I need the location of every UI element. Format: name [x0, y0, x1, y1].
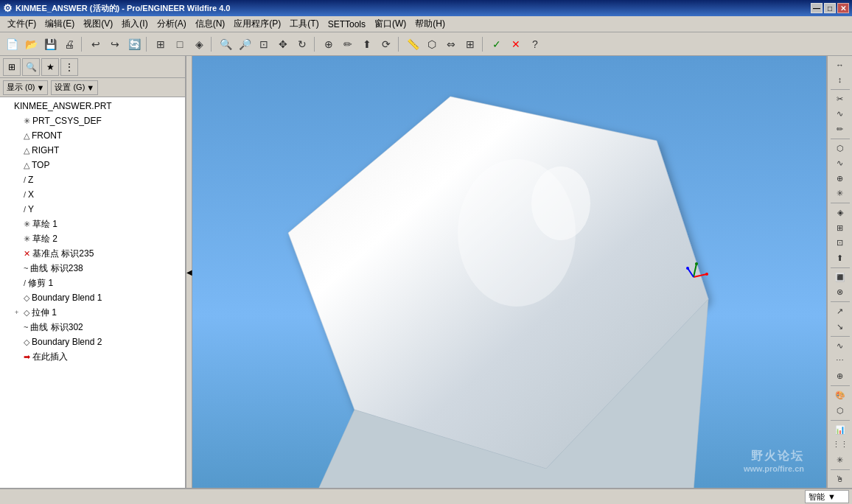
toolbar-new[interactable]: 📄: [3, 35, 21, 53]
tree-item-top[interactable]: △TOP: [0, 158, 185, 172]
toolbar-check[interactable]: ✓: [488, 35, 506, 53]
toolbar-undo[interactable]: ↩: [87, 35, 105, 53]
status-mode-dropdown[interactable]: 智能 ▼: [805, 490, 849, 503]
toolbar-surface[interactable]: ⬡: [423, 35, 441, 53]
rt-btn-3[interactable]: ✂: [830, 92, 851, 106]
menu-analysis[interactable]: 分析(A): [153, 16, 191, 32]
rt-btn-20[interactable]: ⊕: [830, 369, 851, 383]
tree-item-sketch2[interactable]: ✳草绘 2: [0, 231, 185, 246]
display-dropdown[interactable]: 显示 (0) ▼: [3, 80, 48, 95]
tree-item-z[interactable]: /Z: [0, 172, 185, 187]
tree-icon-right: △: [24, 146, 29, 155]
tree-icon-insert_here: ➡: [24, 352, 30, 362]
tree-item-insert_here[interactable]: ➡在此插入: [0, 349, 185, 364]
left-tb-filter[interactable]: 🔍: [22, 58, 40, 76]
menu-apps[interactable]: 应用程序(P): [229, 16, 285, 32]
tree-item-sketch1[interactable]: ✳草绘 1: [0, 217, 185, 231]
rt-btn-12[interactable]: ⊡: [830, 236, 851, 250]
toolbar-zoom-in[interactable]: 🔍: [217, 35, 234, 53]
rt-btn-4[interactable]: ∿: [830, 107, 851, 121]
tree-icon-z: /: [24, 175, 26, 184]
toolbar-measure[interactable]: 📏: [404, 35, 422, 53]
menu-insert[interactable]: 插入(I): [117, 16, 152, 32]
toolbar-redo[interactable]: ↪: [106, 35, 124, 53]
menu-file[interactable]: 文件(F): [3, 16, 41, 32]
tree-item-curve302[interactable]: ~曲线 标识302: [0, 320, 185, 335]
toolbar-view1[interactable]: ⊞: [152, 35, 170, 53]
menu-window[interactable]: 窗口(W): [370, 16, 411, 32]
rt-btn-9[interactable]: ✳: [830, 186, 851, 200]
tree-item-prt_csys[interactable]: ✳PRT_CSYS_DEF: [0, 113, 185, 128]
tree-icon-trim1: /: [24, 279, 26, 287]
menu-tools[interactable]: 工具(T): [285, 16, 323, 32]
toolbar-print[interactable]: 🖨: [60, 35, 78, 53]
toolbar-rotate[interactable]: ↻: [293, 35, 311, 53]
rt-btn-14[interactable]: 🔳: [830, 270, 851, 284]
tree-item-right[interactable]: △RIGHT: [0, 143, 185, 158]
panel-collapse-handle[interactable]: ◀: [186, 56, 192, 488]
rt-btn-11[interactable]: ⊞: [830, 221, 851, 235]
toolbar-save[interactable]: 💾: [41, 35, 59, 53]
rt-btn-8[interactable]: ⊕: [830, 171, 851, 185]
menu-edit[interactable]: 编辑(E): [41, 16, 79, 32]
rt-btn-18[interactable]: ∿: [830, 339, 851, 353]
tree-item-bb1[interactable]: ◇Boundary Blend 1: [0, 290, 185, 305]
rt-btn-19[interactable]: ⋯: [830, 354, 851, 368]
toolbar-fit[interactable]: ⊡: [255, 35, 273, 53]
toolbar-help2[interactable]: ?: [526, 35, 544, 53]
toolbar-extrude[interactable]: ⬆: [358, 35, 376, 53]
tree-item-curve238[interactable]: ~曲线 标识238: [0, 261, 185, 276]
toolbar-pan[interactable]: ✥: [274, 35, 292, 53]
toolbar-revolve[interactable]: ⟳: [377, 35, 395, 53]
rt-btn-10[interactable]: ◈: [830, 206, 851, 220]
menu-info[interactable]: 信息(N): [191, 16, 230, 32]
rt-btn-15[interactable]: ⊗: [830, 285, 851, 299]
tree-item-extrude1[interactable]: +◇拉伸 1: [0, 305, 185, 320]
toolbar-shade[interactable]: ◈: [190, 35, 208, 53]
toolbar-view2[interactable]: □: [171, 35, 189, 53]
rt-btn-24[interactable]: ⋮⋮: [830, 438, 851, 452]
menu-help[interactable]: 帮助(H): [411, 16, 450, 32]
toolbar-zoom-out[interactable]: 🔎: [236, 35, 254, 53]
menu-view[interactable]: 视图(V): [79, 16, 117, 32]
tree-item-root[interactable]: KINMEE_ANSWER.PRT: [0, 99, 185, 113]
tree-item-y[interactable]: /Y: [0, 202, 185, 217]
rt-btn-16[interactable]: ↗: [830, 304, 851, 318]
viewport[interactable]: 野火论坛 www.pro/fire.cn: [192, 56, 826, 488]
rt-btn-17[interactable]: ↘: [830, 320, 851, 334]
minimize-button[interactable]: —: [811, 3, 823, 13]
left-panel: ⊞ 🔍 ★ ⋮ 显示 (0) ▼ 设置 (G) ▼ KINMEE_ANSWER.…: [0, 56, 186, 488]
rt-btn-22[interactable]: ⬡: [830, 403, 851, 417]
rt-btn-2[interactable]: ↕: [830, 72, 851, 86]
rt-btn-6[interactable]: ⬡: [830, 141, 851, 155]
rt-btn-26[interactable]: 🖱: [830, 472, 851, 486]
tree-item-datum235[interactable]: ✕基准点 标识235: [0, 246, 185, 261]
left-tb-grid[interactable]: ⊞: [3, 58, 21, 76]
tree-item-trim1[interactable]: /修剪 1: [0, 276, 185, 290]
left-tb-sort[interactable]: ★: [41, 58, 59, 76]
toolbar-sketch[interactable]: ✏: [339, 35, 357, 53]
rt-btn-13[interactable]: ⬆: [830, 251, 851, 265]
rt-btn-1[interactable]: ↔: [830, 57, 851, 71]
toolbar-cancel[interactable]: ✕: [507, 35, 525, 53]
rt-btn-25[interactable]: ✳: [830, 452, 851, 466]
rt-btn-21[interactable]: 🎨: [830, 388, 851, 402]
close-button[interactable]: ✕: [837, 3, 849, 13]
tree-item-bb2[interactable]: ◇Boundary Blend 2: [0, 335, 185, 349]
settings-dropdown[interactable]: 设置 (G) ▼: [51, 80, 98, 95]
toolbar-datum[interactable]: ⊕: [320, 35, 338, 53]
toolbar-regen[interactable]: 🔄: [125, 35, 143, 53]
toolbar-open[interactable]: 📂: [22, 35, 40, 53]
tree-item-x[interactable]: /X: [0, 187, 185, 202]
rt-btn-23[interactable]: 📊: [830, 423, 851, 437]
toolbar-pattern[interactable]: ⊞: [461, 35, 479, 53]
left-tb-options[interactable]: ⋮: [60, 58, 78, 76]
toolbar-mirror[interactable]: ⇔: [442, 35, 460, 53]
display-dropdown-arrow: ▼: [37, 83, 45, 92]
rt-btn-7[interactable]: ∿: [830, 156, 851, 170]
menu-settools[interactable]: SETTools: [324, 18, 370, 31]
tree-label-curve238: 曲线 标识238: [30, 262, 83, 275]
tree-item-front[interactable]: △FRONT: [0, 128, 185, 143]
rt-btn-5[interactable]: ✏: [830, 122, 851, 136]
maximize-button[interactable]: □: [824, 3, 836, 13]
